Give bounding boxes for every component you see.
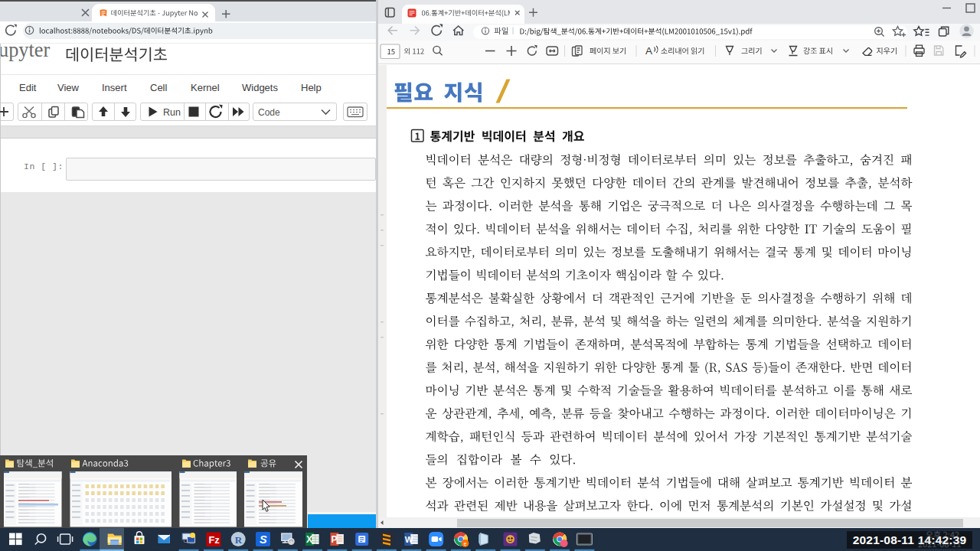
svg-text:Fz: Fz [208, 534, 220, 546]
svg-text:R: R [235, 534, 243, 546]
svg-text:S: S [260, 533, 267, 546]
svg-text:e: e [464, 541, 467, 546]
svg-text:A: A [645, 45, 652, 57]
svg-text:P: P [331, 534, 337, 545]
svg-text:X: X [306, 534, 312, 545]
svg-text:W: W [405, 535, 413, 544]
